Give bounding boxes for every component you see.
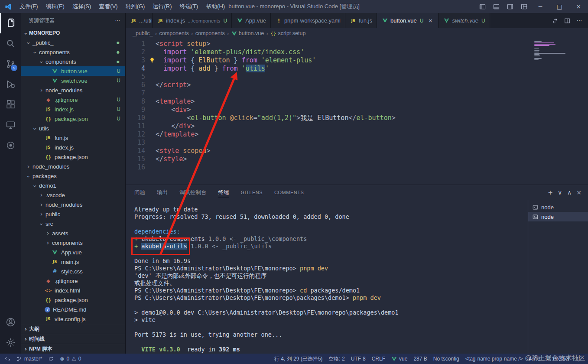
problems[interactable]: ⊗0⚠0 — [57, 354, 84, 364]
folder-utils[interactable]: ›utils — [21, 124, 125, 133]
tab-pnpm-workspace.yaml[interactable]: !pnpm-workspace.yaml — [271, 13, 345, 28]
file-switch.vue[interactable]: switch.vueU — [21, 76, 125, 85]
panel-tab-terminal[interactable]: 终端 — [218, 185, 229, 200]
terminal-dropdown-icon[interactable]: ∨ — [555, 189, 565, 196]
maximize-button[interactable]: □ — [550, 0, 569, 13]
activity-account[interactable] — [0, 312, 21, 332]
cursor-position[interactable]: 行 4, 列 29 (已选择5) — [271, 354, 325, 364]
panel-tab-problems[interactable]: 问题 — [134, 185, 145, 200]
tab-fun.js[interactable]: JSfun.js — [345, 13, 377, 28]
new-terminal-icon[interactable]: + — [546, 189, 555, 196]
sync[interactable] — [45, 354, 57, 364]
file-index.html[interactable]: <>index.html — [21, 286, 125, 295]
close-panel-icon[interactable]: × — [574, 189, 584, 196]
menu-view[interactable]: 查看(V) — [95, 0, 121, 13]
menu-file[interactable]: 文件(F) — [16, 0, 42, 13]
folder-src[interactable]: ›src — [21, 219, 125, 228]
file-index.js[interactable]: JSindex.js — [21, 143, 125, 152]
file-style.css[interactable]: #style.css — [21, 266, 125, 276]
tab-button.vue[interactable]: button.vueU× — [377, 13, 439, 28]
layout-sidebar-right-icon[interactable] — [503, 0, 517, 13]
panel-tab-gitlens[interactable]: GITLENS — [241, 185, 263, 200]
file-package.json[interactable]: {}package.jsonU — [21, 114, 125, 124]
file-fun.js[interactable]: JSfun.js — [21, 133, 125, 143]
tab-index.js[interactable]: JSindex.js...\componentsU — [153, 13, 232, 28]
customize-layout-icon[interactable] — [517, 0, 531, 13]
menu-run[interactable]: 运行(R) — [149, 0, 175, 13]
activity-gitlens[interactable] — [0, 135, 21, 156]
file-button.vue[interactable]: button.vueU — [21, 66, 125, 76]
tsconfig[interactable]: No tsconfig — [430, 354, 462, 364]
folder-public[interactable]: ›public — [21, 209, 125, 219]
close-icon[interactable]: × — [427, 17, 434, 24]
file-package.json[interactable]: {}package.json — [21, 152, 125, 162]
notifications[interactable] — [573, 354, 585, 364]
activity-search[interactable] — [0, 33, 21, 54]
section-timeline[interactable]: ›时间线 — [21, 334, 125, 344]
folder-node_modules[interactable]: ›node_modules — [21, 162, 125, 171]
section-monorepo[interactable]: › MONOREPO — [21, 28, 125, 38]
tab-App.vue[interactable]: App.vue — [232, 13, 271, 28]
breadcrumb-item[interactable]: components — [195, 30, 225, 36]
terminal-instance[interactable]: node — [528, 212, 588, 221]
folder-demo1[interactable]: ›demo1 — [21, 181, 125, 190]
activity-settings[interactable] — [0, 332, 21, 353]
indentation[interactable]: 空格: 2 — [325, 354, 348, 364]
breadcrumb-item[interactable]: _public_ — [133, 30, 153, 36]
layout-sidebar-left-icon[interactable] — [475, 0, 489, 13]
activity-source-control[interactable]: 5 — [0, 54, 21, 74]
folder-assets[interactable]: ›assets — [21, 228, 125, 238]
file-size[interactable]: 287 B — [410, 354, 430, 364]
maximize-panel-icon[interactable]: ∧ — [565, 189, 574, 196]
panel-tab-comments[interactable]: COMMENTS — [274, 185, 304, 200]
terminal-output[interactable]: Already up to dateProgress: resolved 73,… — [126, 200, 528, 354]
file-vite.config.js[interactable]: JSvite.config.js — [21, 314, 125, 324]
git-branch[interactable]: master* — [13, 354, 45, 364]
breadcrumb-item[interactable]: {}script setup — [270, 30, 305, 36]
layout-panel-icon[interactable] — [489, 0, 503, 13]
panel-tab-debug-console[interactable]: 调试控制台 — [179, 185, 207, 200]
more-actions-icon[interactable]: ··· — [115, 18, 120, 24]
file-App.vue[interactable]: App.vue — [21, 247, 125, 257]
tab-switch.vue[interactable]: switch.vueU — [439, 13, 490, 28]
folder-.vscode[interactable]: ›.vscode — [21, 190, 125, 200]
terminal-instance[interactable]: node — [528, 202, 588, 212]
activity-explorer[interactable] — [0, 13, 21, 33]
section-npm-scripts[interactable]: ›NPM 脚本 — [21, 344, 125, 354]
menu-help[interactable]: 帮助(H) — [202, 0, 229, 13]
folder-_public_[interactable]: ›_public_● — [21, 38, 125, 47]
menu-goto[interactable]: 转到(G) — [122, 0, 149, 13]
panel-tab-output[interactable]: 输出 — [157, 185, 168, 200]
folder-components[interactable]: ›components — [21, 238, 125, 247]
menu-selection[interactable]: 选择(S) — [68, 0, 95, 13]
activity-run-debug[interactable] — [0, 74, 21, 94]
tag-template[interactable]: <tag-name prop-name /> — [462, 354, 526, 364]
menu-edit[interactable]: 编辑(E) — [42, 0, 68, 13]
language-mode[interactable]: vue — [388, 354, 410, 364]
file-main.js[interactable]: JSmain.js — [21, 257, 125, 266]
close-button[interactable]: × — [569, 0, 588, 13]
folder-node_modules[interactable]: ›node_modules — [21, 200, 125, 209]
activity-remote-explorer[interactable] — [0, 115, 21, 135]
folder-components[interactable]: ›components● — [21, 47, 125, 57]
breadcrumb-item[interactable]: button.vue — [231, 30, 264, 36]
remote-indicator[interactable] — [2, 354, 13, 364]
eol[interactable]: CRLF — [369, 354, 388, 364]
file-package.json[interactable]: {}package.json — [21, 295, 125, 305]
folder-packages[interactable]: ›packages — [21, 171, 125, 181]
prettier[interactable]: ✓Prettier — [543, 354, 573, 364]
tab-...utils[interactable]: JS...\utils — [126, 13, 153, 28]
folder-components[interactable]: ›components● — [21, 57, 125, 66]
section-outline[interactable]: ›大纲 — [21, 324, 125, 334]
encoding[interactable]: UTF-8 — [348, 354, 369, 364]
file-README.md[interactable]: iREADME.md — [21, 305, 125, 314]
minimap[interactable] — [534, 41, 580, 62]
file-.gitignore[interactable]: ◆.gitignore — [21, 276, 125, 286]
code-editor[interactable]: 1<script setup>2 import 'element-plus/di… — [126, 39, 588, 185]
folder-node_modules[interactable]: ›node_modules — [21, 85, 125, 95]
breadcrumb-item[interactable]: components — [159, 30, 189, 36]
file-.gitignore[interactable]: ◆.gitignoreU — [21, 95, 125, 104]
activity-extensions[interactable] — [0, 94, 21, 115]
file-index.js[interactable]: JSindex.jsU — [21, 104, 125, 114]
ts-version[interactable]: 4.7.3 — [526, 354, 544, 364]
